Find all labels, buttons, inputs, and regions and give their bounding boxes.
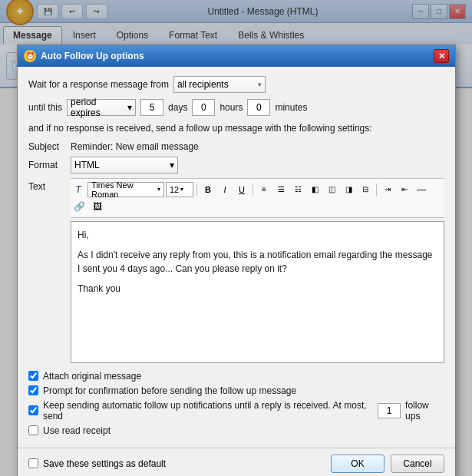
- wait-dropdown[interactable]: all recipients ▾: [173, 76, 266, 93]
- ordered-list-btn[interactable]: ☷: [290, 182, 305, 197]
- format-dropdown[interactable]: HTML ▾: [71, 157, 178, 174]
- subject-label: Subject: [28, 141, 71, 152]
- indent-btn[interactable]: ≡: [256, 182, 272, 197]
- format-toolbar: T Times New Roman ▾ 12 ▾ B I: [71, 178, 444, 218]
- dialog-body: Wait for a response message from all rec…: [18, 67, 455, 448]
- save-default-label[interactable]: Save these settings as default: [43, 458, 166, 469]
- bold-button[interactable]: B: [200, 182, 216, 197]
- font-name-dropdown[interactable]: Times New Roman ▾: [87, 182, 164, 197]
- dialog-title-icon: ⏰: [24, 50, 36, 62]
- minutes-input[interactable]: [247, 99, 270, 116]
- dialog-title-text: Auto Follow Up options: [41, 51, 434, 61]
- msg-line-2: As I didn't receive any reply from you, …: [78, 248, 437, 276]
- underline-button[interactable]: U: [234, 182, 249, 197]
- prompt-confirm-checkbox[interactable]: [28, 385, 38, 395]
- link-btn[interactable]: 🔗: [71, 199, 88, 214]
- save-default-checkbox[interactable]: [28, 458, 38, 468]
- auto-follow-up-dialog: ⏰ Auto Follow Up options ✕ Wait for a re…: [17, 45, 456, 476]
- image-btn[interactable]: 🖼: [90, 199, 105, 214]
- period-dropdown[interactable]: period expires ▾: [67, 99, 136, 116]
- ok-button[interactable]: OK: [331, 455, 385, 473]
- attach-original-row: Attach original message: [28, 371, 444, 382]
- msg-line-3: Thank you: [78, 282, 437, 296]
- dialog-close-button[interactable]: ✕: [434, 49, 449, 63]
- dialog-titlebar: ⏰ Auto Follow Up options ✕: [18, 45, 455, 67]
- read-receipt-checkbox[interactable]: [28, 425, 38, 435]
- format-label: Format: [28, 160, 71, 170]
- message-text-area[interactable]: Hi, As I didn't receive any reply from y…: [71, 221, 444, 363]
- subject-row: Subject Reminder: New email message: [28, 141, 444, 152]
- fmt-sep-3: [376, 183, 377, 196]
- subject-value: Reminder: New email message: [71, 141, 199, 152]
- wait-for-row: Wait for a response message from all rec…: [28, 76, 444, 93]
- unordered-list-btn[interactable]: ☰: [273, 182, 289, 197]
- keep-sending-row: Keep sending automatic follow up notific…: [28, 400, 444, 421]
- follow-ups-label: follow ups: [405, 400, 444, 421]
- attach-original-label[interactable]: Attach original message: [43, 371, 141, 382]
- text-row: Text T Times New Roman ▾ 12 ▾: [28, 178, 444, 363]
- text-editor-area: T Times New Roman ▾ 12 ▾ B I: [71, 178, 444, 363]
- format-row: Format HTML ▾: [28, 157, 444, 174]
- fmt-sep-2: [253, 183, 253, 196]
- follow-ups-count-input[interactable]: [378, 403, 401, 418]
- font-size-dropdown[interactable]: 12 ▾: [166, 182, 193, 197]
- wait-label: Wait for a response message from: [28, 79, 169, 90]
- checkboxes-section: Attach original message Prompt for confi…: [28, 371, 444, 436]
- font-icon-btn: T: [71, 182, 86, 197]
- footer-left: Save these settings as default: [28, 458, 166, 469]
- keep-sending-label[interactable]: Keep sending automatic follow up notific…: [43, 400, 373, 421]
- read-receipt-label[interactable]: Use read receipt: [43, 425, 111, 436]
- text-label: Text: [28, 178, 71, 192]
- horizontal-rule-btn[interactable]: —: [414, 182, 429, 197]
- cancel-button[interactable]: Cancel: [391, 455, 444, 473]
- prompt-confirm-label[interactable]: Prompt for confirmation before sending t…: [43, 385, 296, 396]
- minutes-label: minutes: [275, 102, 307, 113]
- indent-increase-btn[interactable]: ⇥: [380, 182, 395, 197]
- italic-button[interactable]: I: [217, 182, 233, 197]
- info-text: and if no response is received, send a f…: [28, 122, 444, 135]
- days-label: days: [168, 102, 187, 113]
- align-left-btn[interactable]: ◧: [307, 182, 322, 197]
- until-row: until this period expires ▾ days hours m…: [28, 99, 444, 116]
- keep-sending-checkbox[interactable]: [28, 405, 38, 415]
- hours-input[interactable]: [192, 99, 215, 116]
- align-right-btn[interactable]: ◨: [341, 182, 356, 197]
- read-receipt-row: Use read receipt: [28, 425, 444, 436]
- align-center-btn[interactable]: ◫: [324, 182, 339, 197]
- align-full-btn[interactable]: ⊟: [358, 182, 373, 197]
- indent-decrease-btn[interactable]: ⇤: [397, 182, 412, 197]
- attach-original-checkbox[interactable]: [28, 371, 38, 381]
- fmt-sep-1: [196, 183, 197, 196]
- days-input[interactable]: [140, 99, 163, 116]
- footer-right: OK Cancel: [331, 455, 444, 473]
- msg-line-1: Hi,: [78, 228, 437, 242]
- prompt-confirm-row: Prompt for confirmation before sending t…: [28, 385, 444, 396]
- until-label: until this: [28, 102, 62, 113]
- hours-label: hours: [219, 102, 243, 113]
- dialog-footer: Save these settings as default OK Cancel: [18, 448, 455, 476]
